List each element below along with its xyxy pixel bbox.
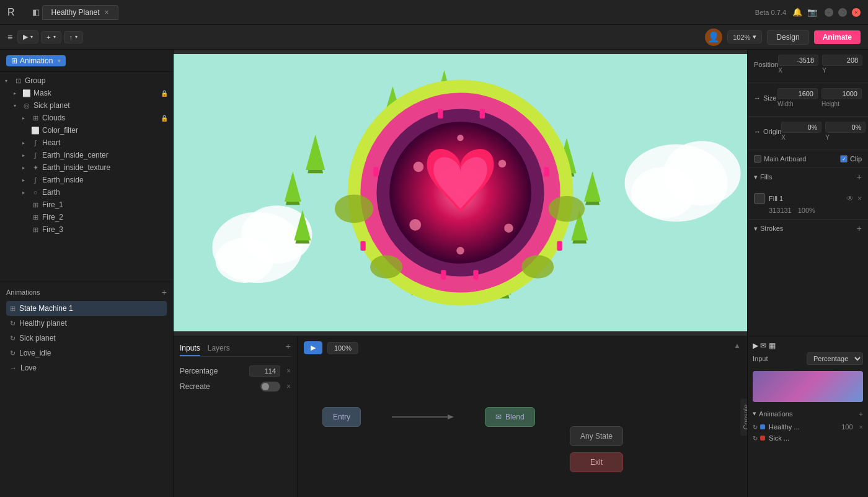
add-fill-button[interactable]: + [857,172,862,182]
strokes-header[interactable]: ▾ Strokes + [748,220,868,237]
position-y-input[interactable] [822,55,862,66]
size-section: ↔ Size Width Height [748,83,868,117]
clip-checkbox[interactable]: ✓ [840,155,848,163]
earth-icon: ○ [31,189,40,196]
love-item[interactable]: → Love [6,360,167,375]
entry-node[interactable]: Entry [322,407,361,427]
blend-label: Blend [505,413,525,421]
recreate-remove-button[interactable]: × [286,382,291,391]
anim-item-sick: ↻ Sick ... [753,432,863,444]
active-tab[interactable]: Healthy Planet × [42,5,118,20]
close-tab-button[interactable]: × [105,8,109,17]
zoom-control[interactable]: 102% ▾ [727,30,762,43]
fill-item: Fill 1 👁 × [754,190,862,207]
love-icon: → [10,364,17,372]
add-animation-button[interactable]: + [162,287,167,297]
love-label: Love [20,364,37,372]
main-artboard-row[interactable]: Main Artboard [754,155,806,163]
canvas-viewport[interactable] [174,50,747,336]
inputs-tab[interactable]: Inputs [180,341,200,356]
layer-item-earth[interactable]: ▸ ○ Earth [0,186,173,199]
size-link-icon: ↔ [754,94,761,102]
percentage-value-input[interactable] [249,365,280,377]
svg-point-38 [504,223,513,233]
sm-play-button[interactable]: ▶ [304,341,322,354]
healthy-anim-val: 100 [841,423,852,431]
origin-y-input[interactable] [825,122,866,133]
fill-visibility-icon[interactable]: 👁 [846,194,854,203]
add-anim-sub-button[interactable]: + [859,410,863,418]
healthy-planet-icon: ↻ [10,320,16,328]
strokes-collapse-icon: ▾ [754,225,758,233]
export-tool[interactable]: ↑ ▾ [64,31,84,43]
fills-header[interactable]: ▾ Fills + [748,168,868,186]
fill-color-swatch[interactable] [754,193,765,204]
layer-item-fire1[interactable]: ▸ ⊞ Fire_1 [0,199,173,211]
minimize-button[interactable]: − [825,8,833,17]
blend-icon: ✉ [495,413,502,421]
layer-name: Earth_inside_center [42,151,168,159]
layer-item-earth-inside-center[interactable]: ▸ ∫ Earth_inside_center [0,149,173,161]
heart-icon: ∫ [31,139,40,146]
notifications-icon[interactable]: 🔔 [792,7,802,17]
recreate-toggle[interactable] [260,382,280,392]
sm-arrow-line [392,411,454,423]
br-tab-grid[interactable]: ▦ [769,341,776,350]
panel-title[interactable]: ⊞ Animation ▾ [6,55,66,66]
layer-item-group[interactable]: ▾ ⊡ Group [0,74,173,87]
sick-planet-icon: ◎ [22,102,31,110]
add-tool[interactable]: + ▾ [41,31,61,43]
origin-x-input[interactable] [781,122,822,133]
layer-item-clouds[interactable]: ▸ ⊞ Clouds 🔒 [0,112,173,124]
layer-item-mask[interactable]: ▸ ⬜ Mask 🔒 [0,87,173,99]
strokes-label: Strokes [760,225,783,232]
layer-item-color-filter[interactable]: ▸ ⬜ Color_filter [0,124,173,137]
user-avatar[interactable]: 👤 [705,29,722,46]
love-idle-item[interactable]: ↻ Love_idle [6,346,167,360]
layer-name: Earth_inside_texture [42,163,168,172]
width-label: Width [777,101,818,107]
any-state-node[interactable]: Any State [570,426,623,446]
sm-collapse-button[interactable]: ▲ [733,341,741,350]
percentage-remove-button[interactable]: × [286,367,291,375]
add-arrow: ▾ [53,34,56,40]
br-tab-play[interactable]: ▶ [753,341,758,350]
br-tab-blend[interactable]: ✉ [760,341,766,350]
add-stroke-button[interactable]: + [857,223,862,233]
maximize-button[interactable]: □ [838,8,847,17]
toggle-icon: ▸ [22,165,29,171]
toolbar-icon-1[interactable]: ◧ [30,6,42,18]
clip-row[interactable]: ✓ Clip [840,155,862,163]
animate-button[interactable]: Animate [814,30,861,44]
strokes-label-group: ▾ Strokes [754,225,783,233]
animations-section-label: Animations [6,289,40,296]
blend-node[interactable]: ✉ Blend [485,407,535,427]
layer-item-sick-planet[interactable]: ▾ ◎ Sick planet [0,99,173,112]
main-artboard-checkbox[interactable] [754,155,761,163]
share-icon[interactable]: 📷 [807,7,817,17]
healthy-anim-remove[interactable]: × [859,423,863,431]
sm-zoom-value[interactable]: 100% [327,342,358,354]
input-select[interactable]: Percentage [807,352,863,365]
width-input[interactable] [777,88,818,99]
console-button[interactable]: Console [740,398,747,435]
healthy-planet-item[interactable]: ↻ Healthy planet [6,316,167,331]
select-tool[interactable]: ▶ ▾ [17,30,38,43]
close-button[interactable]: × [852,8,861,17]
exit-node[interactable]: Exit [570,452,623,472]
hamburger-icon[interactable]: ≡ [7,32,12,42]
svg-point-42 [335,195,373,223]
layer-item-fire3[interactable]: ▸ ⊞ Fire_3 [0,223,173,236]
layer-item-fire2[interactable]: ▸ ⊞ Fire_2 [0,211,173,223]
layers-tab[interactable]: Layers [208,341,230,356]
layer-item-heart[interactable]: ▸ ∫ Heart [0,137,173,149]
layer-item-earth-inside-texture[interactable]: ▸ ✦ Earth_inside_texture [0,161,173,174]
add-input-button[interactable]: + [286,341,291,356]
design-button[interactable]: Design [767,30,808,45]
position-x-input[interactable] [778,55,818,66]
fill-remove-button[interactable]: × [857,194,862,203]
sick-planet-item[interactable]: ↻ Sick planet [6,331,167,346]
layer-item-earth-inside[interactable]: ▸ ∫ Earth_inside [0,174,173,186]
height-input[interactable] [822,88,862,99]
state-machine-item[interactable]: ⊞ State Machine 1 [6,301,167,316]
